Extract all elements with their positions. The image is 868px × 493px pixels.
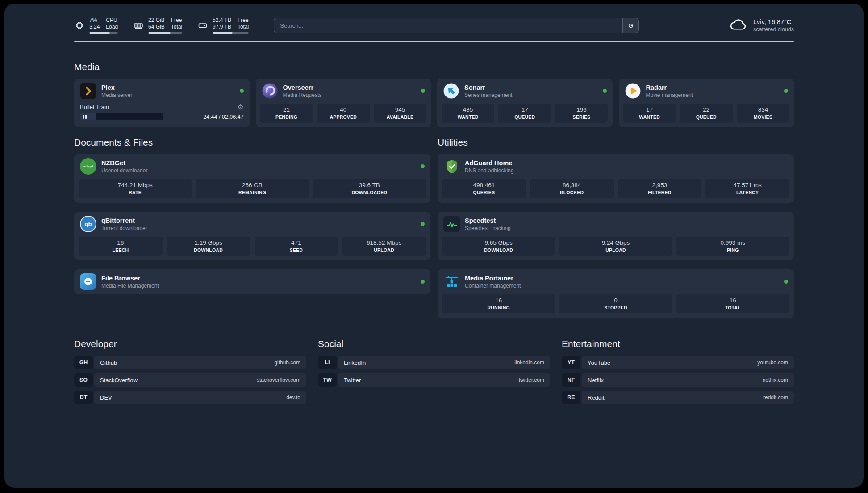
bookmark-abbr: NF [562,373,580,387]
card-qbittorrent: qb qBittorrent Torrent downloader 16 LEE… [74,212,430,260]
disk-label-total: Total [238,24,249,30]
google-search-button[interactable]: G [622,18,639,33]
stat-stopped: 0 STOPPED [559,294,672,313]
stat-queued: 22 QUEUED [680,104,733,123]
stat-label: DOWNLOAD [444,247,553,253]
bookmark-stackoverflow[interactable]: SO StackOverflow stackoverflow.com [74,373,306,387]
service-desc: Torrent downloader [101,225,147,231]
stat-label: QUERIES [444,190,524,195]
stat-label: RUNNING [444,305,553,310]
card-portainer-header[interactable]: Media Portainer Container management [438,269,794,293]
stat-label: TOTAL [678,305,788,310]
topbar-divider [74,41,794,42]
bookmark-group-entertainment: Entertainment YT YouTube youtube.com NF … [562,338,794,404]
stat-label: MOVIES [739,114,788,120]
stat-value: 945 [376,106,425,113]
cpu-progress-bar [89,32,118,34]
pause-icon[interactable] [83,115,87,119]
playback-time: 24:44 / 02:06:47 [203,114,243,120]
card-sonarr: Sonarr Series management 485 WANTED 17 Q… [437,79,613,127]
card-plex-header[interactable]: Plex Media server [74,79,250,103]
section-title-entertainment: Entertainment [562,338,794,349]
cpu-label: CPU [106,17,118,24]
status-dot [240,89,244,93]
stat-seed: 471 SEED [255,237,338,256]
nzbget-logo-text: nzbget [83,165,93,168]
stat-value: 834 [739,106,788,113]
card-filebrowser: File Browser Media File Management [74,269,430,294]
cpu-usage: 7% [89,17,100,24]
search-input[interactable] [274,18,639,33]
status-dot [784,89,788,93]
stat-blocked: 86,384 BLOCKED [530,179,614,198]
bookmark-linkedin[interactable]: LI LinkedIn linkedin.com [318,356,550,369]
memory-progress-bar [148,32,182,34]
stat-leech: 16 LEECH [79,237,163,256]
overseerr-icon [262,83,278,99]
card-sonarr-header[interactable]: Sonarr Series management [437,79,613,103]
section-title-documents: Documents & Files [74,137,430,148]
stat-download: 9.65 Gbps DOWNLOAD [442,237,555,256]
stat-label: DOWNLOADED [315,190,424,195]
disk-icon [197,20,208,31]
stat-value: 21 [262,106,311,113]
card-plex: Plex Media server Bullet Train ⚙ [74,79,250,127]
stat-upload: 618.52 Mbps UPLOAD [342,237,426,256]
weather-location: Lviv, 16.87°C [753,18,794,25]
stat-upload: 9.24 Gbps UPLOAD [559,237,672,256]
bookmark-abbr: DT [74,391,93,404]
bookmark-reddit[interactable]: RE Reddit reddit.com [562,391,794,404]
bookmark-github[interactable]: GH Github github.com [74,356,306,369]
stat-remaining: 266 GB REMAINING [196,179,309,198]
stat-approved: 40 APPROVED [317,104,370,123]
bookmark-name: YouTube [588,359,610,366]
bookmark-url: linkedin.com [514,359,544,366]
service-name: Radarr [646,84,693,91]
adguard-icon [443,158,460,175]
card-radarr: Radarr Movie management 17 WANTED 22 QUE… [619,79,794,127]
bookmark-youtube[interactable]: YT YouTube youtube.com [562,356,794,369]
service-name: qBittorrent [101,217,147,224]
stat-label: APPROVED [319,114,368,120]
disk-free: 52.4 TB [213,17,231,24]
stat-value: 0 [561,297,670,304]
seek-bar[interactable] [80,113,163,120]
card-nzbget-header[interactable]: nzbget NZBGet Usenet downloader [74,154,430,178]
stat-label: SERIES [557,114,606,120]
stat-value: 86,384 [532,182,612,188]
card-portainer: Media Portainer Container management 16 … [438,269,794,318]
card-filebrowser-header[interactable]: File Browser Media File Management [74,269,430,294]
card-speedtest-header[interactable]: Speedtest Speedtest Tracking [438,212,794,236]
memory-progress-fill [148,32,171,34]
service-desc: Media File Management [101,283,159,289]
stat-value: 39.6 TB [315,182,424,188]
service-name: Media Portainer [465,275,521,282]
stat-label: PENDING [262,114,311,120]
card-adguard-header[interactable]: AdGuard Home DNS and adblocking [438,154,794,178]
gear-icon[interactable]: ⚙ [238,104,243,110]
service-desc: DNS and adblocking [465,167,513,174]
bookmark-netflix[interactable]: NF Netflix netflix.com [562,373,794,387]
section-media: Media Plex Media server Bullet Train [74,62,794,127]
memory-total: 64 GiB [148,24,165,30]
service-desc: Speedtest Tracking [465,225,511,231]
stat-total: 16 TOTAL [676,294,789,313]
bookmark-url: netflix.com [763,377,788,383]
stat-queued: 17 QUEUED [498,104,551,123]
stat-value: 16 [80,239,161,246]
service-desc: Series management [464,92,512,98]
bookmark-group-social: Social LI LinkedIn linkedin.com TW Twitt… [318,338,550,404]
stat-label: QUEUED [682,114,731,120]
stat-label: RATE [80,190,190,195]
stat-label: UPLOAD [344,247,424,253]
bookmark-name: Github [100,359,117,366]
bookmark-twitter[interactable]: TW Twitter twitter.com [318,373,550,387]
card-speedtest: Speedtest Speedtest Tracking 9.65 Gbps D… [438,212,794,260]
card-overseerr-header[interactable]: Overseerr Media Requests [256,79,431,103]
card-radarr-header[interactable]: Radarr Movie management [619,79,794,103]
status-dot [421,89,425,93]
card-qbittorrent-header[interactable]: qb qBittorrent Torrent downloader [74,212,430,236]
topbar: 7% 3.24 CPU Load [74,17,794,34]
speedtest-icon [443,216,460,232]
bookmark-dev[interactable]: DT DEV dev.to [74,391,306,404]
